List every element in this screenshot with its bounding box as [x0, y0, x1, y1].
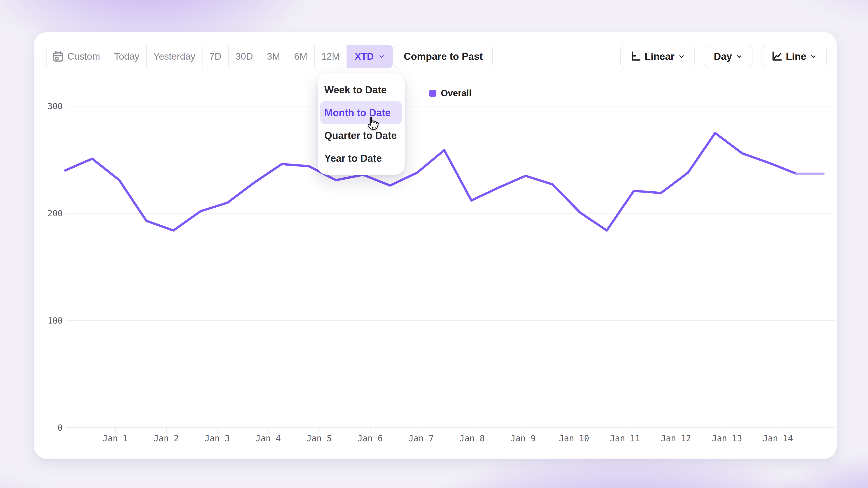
menu-item-month-to-date[interactable]: Month to Date [320, 101, 402, 124]
chart-card: Custom Today Yesterday 7D 30D 3M 6M 12M … [34, 32, 837, 459]
x-axis-label: Jan 14 [763, 433, 793, 443]
menu-item-week-to-date[interactable]: Week to Date [320, 78, 402, 101]
chart-legend: Overall [429, 88, 471, 98]
x-axis-label: Jan 3 [205, 433, 230, 443]
x-axis-label: Jan 2 [154, 433, 179, 443]
x-axis-label: Jan 4 [256, 433, 281, 443]
x-axis-label: Jan 8 [460, 433, 485, 443]
y-axis-label: 0 [58, 423, 63, 433]
y-axis-label: 200 [48, 208, 63, 218]
page-background: Custom Today Yesterday 7D 30D 3M 6M 12M … [0, 0, 868, 488]
legend-series-label: Overall [441, 88, 471, 98]
menu-item-quarter-to-date[interactable]: Quarter to Date [320, 124, 402, 147]
x-axis-label: Jan 7 [408, 433, 434, 443]
x-axis-label: Jan 13 [712, 433, 742, 443]
x-axis-label: Jan 6 [358, 433, 383, 443]
xtd-range-menu: Week to Date Month to Date Quarter to Da… [318, 73, 405, 175]
mouse-cursor-pointer-icon [366, 117, 379, 132]
legend-swatch [429, 90, 436, 97]
overall-line-series [65, 133, 796, 231]
menu-item-year-to-date[interactable]: Year to Date [320, 147, 402, 170]
x-axis-label: Jan 5 [307, 433, 332, 443]
y-axis-label: 100 [48, 316, 63, 326]
x-axis-label: Jan 1 [103, 433, 128, 443]
x-axis-label: Jan 11 [610, 433, 640, 443]
x-axis-label: Jan 9 [510, 433, 535, 443]
x-axis-label: Jan 12 [661, 433, 691, 443]
y-axis-label: 300 [48, 101, 63, 111]
x-axis-label: Jan 10 [559, 433, 589, 443]
